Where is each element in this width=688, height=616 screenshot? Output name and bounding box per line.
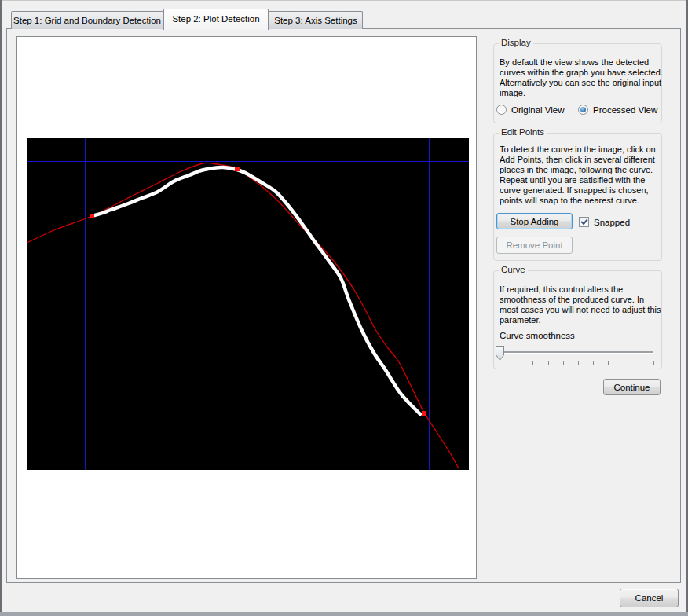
window-frame-bottom bbox=[0, 612, 688, 616]
remove-point-button[interactable]: Remove Point bbox=[496, 236, 573, 254]
image-view-panel[interactable] bbox=[16, 36, 477, 579]
slider-tick bbox=[563, 361, 564, 365]
snapped-label: Snapped bbox=[594, 218, 630, 227]
slider-tick-marks bbox=[503, 361, 653, 365]
detected-curves-canvas bbox=[27, 138, 469, 470]
slider-tick bbox=[503, 361, 503, 365]
plot-detection-window: Step 1: Grid and Boundary Detection Step… bbox=[0, 0, 688, 616]
stop-adding-button[interactable]: Stop Adding bbox=[496, 213, 573, 229]
tab-step2-plot-detection[interactable]: Step 2: Plot Detection bbox=[163, 9, 269, 30]
slider-tick bbox=[653, 361, 654, 365]
curve-smoothness-label: Curve smoothness bbox=[500, 331, 575, 340]
curve-description: If required, this control alters the smo… bbox=[500, 284, 663, 325]
continue-button[interactable]: Continue bbox=[603, 379, 661, 395]
slider-tick bbox=[608, 361, 609, 365]
curve-group-title: Curve bbox=[499, 265, 528, 274]
processed-view-radio[interactable] bbox=[578, 104, 588, 115]
slider-tick bbox=[593, 361, 594, 365]
slider-tick bbox=[639, 361, 639, 365]
processed-view-label: Processed View bbox=[593, 105, 657, 115]
slider-tick bbox=[624, 361, 624, 365]
display-group-title: Display bbox=[499, 38, 533, 47]
tab-step3-axis-settings[interactable]: Step 3: Axis Settings bbox=[269, 11, 363, 29]
edit-points-description: To detect the curve in the image, click … bbox=[500, 145, 663, 206]
curve-smoothness-slider-track[interactable] bbox=[496, 351, 653, 353]
window-frame-left bbox=[0, 0, 2, 616]
snapped-checkbox[interactable] bbox=[579, 217, 589, 227]
window-frame-top bbox=[0, 0, 688, 1]
display-description: By default the view shows the detected c… bbox=[500, 57, 663, 98]
edit-points-group-title: Edit Points bbox=[499, 127, 547, 137]
slider-tick bbox=[532, 361, 533, 365]
slider-tick bbox=[578, 361, 579, 365]
slider-tick bbox=[518, 361, 518, 365]
tab-step1-grid-boundary[interactable]: Step 1: Grid and Boundary Detection bbox=[11, 11, 163, 29]
original-view-label: Original View bbox=[511, 105, 565, 115]
cancel-button[interactable]: Cancel bbox=[620, 588, 679, 607]
original-view-radio[interactable] bbox=[496, 104, 507, 115]
slider-tick bbox=[548, 361, 549, 365]
plot-image[interactable] bbox=[27, 138, 469, 470]
